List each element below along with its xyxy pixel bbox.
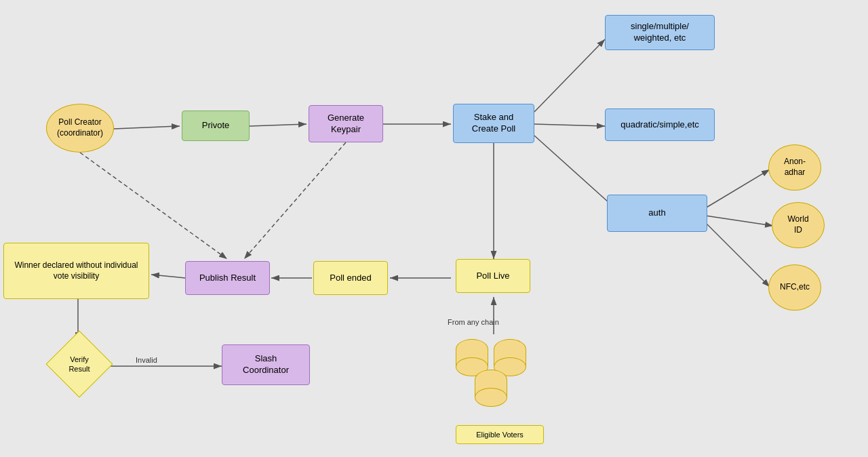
poll-live-node: Poll Live: [456, 259, 530, 293]
verify-result-node: Verify Result: [46, 331, 113, 398]
generate-keypair-node: Generate Keypair: [309, 105, 383, 142]
svg-line-8: [705, 170, 770, 208]
auth-label: auth: [648, 207, 665, 219]
poll-creator-label: Poll Creator (coordinator): [57, 117, 103, 138]
quadratic-simple-node: quadratic/simple,etc: [605, 108, 715, 141]
slash-coordinator-label: Slash Coordinator: [243, 353, 289, 376]
svg-line-6: [534, 124, 605, 126]
svg-line-9: [705, 216, 773, 226]
poll-live-label: Poll Live: [476, 271, 509, 282]
auth-node: auth: [607, 195, 707, 232]
svg-line-7: [534, 136, 615, 208]
from-any-chain-label: From any chain: [448, 318, 499, 326]
single-multiple-label: single/multiple/ weighted, etc: [631, 21, 689, 44]
eligible-voters-label-box: Eligible Voters: [456, 425, 544, 444]
world-id-label: World ID: [787, 214, 808, 235]
privote-label: Privote: [202, 120, 229, 132]
svg-line-2: [114, 126, 180, 129]
slash-coordinator-node: Slash Coordinator: [222, 344, 310, 385]
nfc-etc-node: NFC,etc: [768, 264, 821, 311]
svg-line-18: [244, 142, 346, 259]
diagram: Poll Creator (coordinator) Privote Gener…: [0, 0, 868, 457]
poll-creator-node: Poll Creator (coordinator): [46, 104, 114, 153]
publish-result-node: Publish Result: [185, 261, 270, 295]
anon-adhar-label: Anon- adhar: [784, 157, 806, 178]
single-multiple-node: single/multiple/ weighted, etc: [605, 15, 715, 50]
world-id-node: World ID: [772, 202, 825, 248]
generate-keypair-label: Generate Keypair: [328, 113, 364, 136]
arrows-svg: [0, 0, 868, 457]
quadratic-simple-label: quadratic/simple,etc: [620, 119, 699, 131]
nfc-etc-label: NFC,etc: [780, 282, 810, 293]
stake-create-poll-label: Stake and Create Poll: [472, 112, 515, 135]
svg-line-3: [250, 124, 307, 126]
svg-line-14: [151, 275, 185, 278]
winner-declared-label: Winner declared without individual vote …: [14, 260, 138, 281]
poll-ended-node: Poll ended: [313, 261, 388, 295]
anon-adhar-node: Anon- adhar: [768, 144, 821, 191]
invalid-label: Invalid: [136, 356, 157, 364]
publish-result-label: Publish Result: [199, 273, 256, 284]
poll-ended-label: Poll ended: [330, 273, 371, 284]
eligible-voters-label: Eligible Voters: [476, 430, 524, 439]
svg-line-5: [534, 39, 605, 112]
stake-create-poll-node: Stake and Create Poll: [453, 104, 534, 143]
coin-3-bottom: [475, 388, 507, 407]
svg-line-10: [705, 222, 770, 287]
winner-declared-node: Winner declared without individual vote …: [3, 243, 149, 299]
privote-node: Privote: [182, 111, 250, 141]
verify-result-label: Verify Result: [68, 355, 90, 374]
